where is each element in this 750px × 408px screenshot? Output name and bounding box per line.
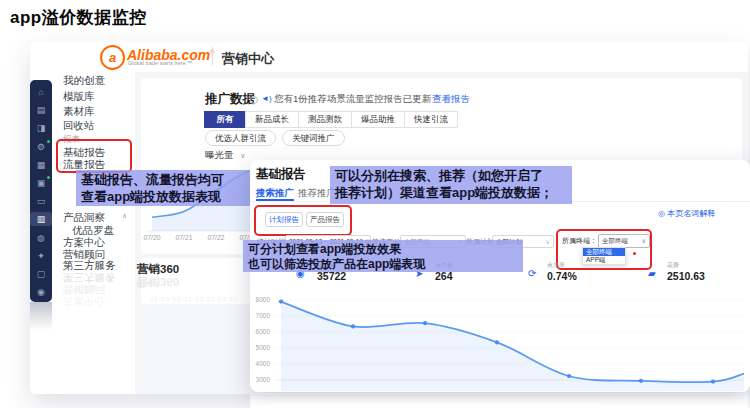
trend-line-chart: 800070006000500040003000: [250, 290, 748, 392]
doc-icon[interactable]: ▢: [30, 267, 52, 281]
svg-text:07/21: 07/21: [175, 234, 192, 241]
annotation-box1-line2: 查看app端投放数据表现: [81, 189, 249, 206]
sidebar-item-template-library[interactable]: 模版库: [63, 90, 95, 102]
report-icon[interactable]: ▥: [30, 212, 52, 226]
tab-keyword-promotion[interactable]: 关键词推广: [282, 130, 345, 146]
svg-text:07/20: 07/20: [143, 234, 160, 241]
annotation-box3-line1: 可分计划查看app端投放效果: [248, 242, 518, 257]
annotation-box-plans: 可分计划查看app端投放效果 也可以筛选投放产品在app端表现: [243, 240, 523, 272]
highlight-box-report-buttons: [254, 205, 352, 236]
metric-dropdown-value: 曝光量: [205, 149, 234, 160]
speaker-icon: ◄): [261, 94, 272, 103]
cost-icon: ▰: [648, 268, 656, 279]
marketing360-reflection: 营销360: [137, 274, 179, 289]
user-icon[interactable]: ◉: [30, 285, 52, 299]
svg-text:3000: 3000: [256, 376, 271, 383]
home-icon[interactable]: ⌂: [30, 85, 52, 99]
tab-preferred-audience[interactable]: 优选人群引流: [205, 130, 276, 146]
apps-icon[interactable]: ▦: [30, 158, 52, 172]
svg-text:6000: 6000: [256, 328, 271, 335]
annotation-box1-line1: 基础报告、流量报告均可: [81, 172, 249, 189]
reflection-fade: [250, 393, 748, 408]
sidebar-item-material-library[interactable]: 素材库: [63, 105, 95, 117]
settings-icon[interactable]: ⚙: [30, 140, 52, 154]
stat-label-cost: 花费: [667, 261, 679, 270]
template-icon[interactable]: ▤: [30, 103, 52, 117]
tab-hot-product-boost[interactable]: 爆品助推: [351, 111, 405, 128]
data-icon[interactable]: ◍: [30, 231, 52, 245]
svg-text:4000: 4000: [256, 360, 271, 367]
sidebar-item-product-insight[interactable]: 产品洞察: [63, 211, 105, 223]
status-dot-icon: [250, 96, 258, 104]
sidebar-reflection-3: 方案中心: [63, 296, 105, 308]
message-icon[interactable]: ▭: [30, 194, 52, 208]
chevron-down-icon: ∨: [545, 236, 550, 247]
screenshot-stage: app溢价数据监控 a Alibaba.com® Global trade st…: [0, 0, 750, 408]
stat-label-ctr: 点击率: [547, 261, 565, 270]
sidebar-item-solution-center[interactable]: 方案中心: [63, 236, 105, 248]
svg-text:8000: 8000: [256, 296, 271, 303]
svg-text:07/22: 07/22: [207, 234, 224, 241]
sidebar-item-third-party[interactable]: 第三方服务: [63, 259, 116, 271]
scene-tabs-row1: 所有新品成长测品测款爆品助推快速引流: [205, 108, 458, 128]
annotation-box2-line1: 可以分别在搜索、推荐（如您开启了: [335, 168, 567, 185]
sidebar-item-recycle-bin[interactable]: 回收站: [63, 119, 95, 131]
panel-title: 基础报告: [256, 166, 306, 183]
chevron-up-icon[interactable]: ∧: [122, 212, 127, 220]
tab-new-product-growth[interactable]: 新品成长: [245, 111, 299, 128]
stat-value-cost: 2510.63: [667, 270, 705, 282]
highlight-box-terminal-filter: [556, 229, 652, 270]
glossary-link[interactable]: ◎ 本页名词解释: [658, 208, 715, 219]
svg-text:5000: 5000: [256, 344, 271, 351]
svg-text:7000: 7000: [256, 312, 271, 319]
annotation-box2-line2: 推荐计划）渠道查看app端投放数据；: [335, 185, 567, 202]
sidebar-item-my-creative[interactable]: 我的创意: [63, 74, 105, 86]
tab-product-testing[interactable]: 测品测款: [298, 111, 352, 128]
tab-quick-traffic[interactable]: 快速引流: [404, 111, 458, 128]
glossary-text: 本页名词解释: [667, 209, 715, 218]
media-icon[interactable]: ▣: [30, 176, 52, 190]
stat-value-ctr: 0.74%: [547, 270, 577, 282]
page-title: app溢价数据监控: [10, 6, 147, 29]
annotation-box-channels: 可以分别在搜索、推荐（如您开启了 推荐计划）渠道查看app端投放数据；: [330, 166, 572, 204]
alibaba-logo-icon: a: [100, 45, 125, 70]
notice-text: 您有1份推荐场景流量监控报告已更新: [274, 93, 431, 106]
glossary-icon: ◎: [658, 209, 665, 218]
rate-icon: ⟳: [528, 268, 536, 279]
ghost-axis-times: 03:50 03:51 03:53 03:55: [150, 296, 238, 302]
promo-title: 推广数据: [205, 91, 255, 108]
annotation-box3-line2: 也可以筛选投放产品在app端表现: [248, 257, 518, 272]
app-name: 营销中心: [222, 50, 274, 68]
star-icon[interactable]: ✦: [30, 249, 52, 263]
header-divider: [212, 47, 213, 65]
scene-tabs-row2: 优选人群引流关键词推广: [205, 127, 351, 146]
annotation-box-reports: 基础报告、流量报告均可 查看app端投放数据表现: [76, 170, 254, 206]
sidebar-reflection-1: 第三方服务: [63, 272, 116, 284]
chevron-down-icon: ∨: [240, 152, 245, 159]
logo-tagline: Global trade starts here.™: [128, 60, 193, 66]
sidebar-reflection-2: 营销顾问: [63, 284, 105, 296]
tab-all[interactable]: 所有: [204, 111, 246, 128]
icon-rail: ⌂▤◨⚙▦▣▭▥◍✦▢◉: [30, 80, 52, 302]
view-report-link[interactable]: 查看报告: [432, 93, 470, 106]
material-icon[interactable]: ◨: [30, 121, 52, 135]
metric-dropdown[interactable]: 曝光量 ∨: [205, 149, 245, 162]
sidebar-item-compass[interactable]: 优品罗盘: [72, 224, 114, 236]
icon-rail-reflection: [30, 302, 52, 330]
highlight-box-reports: [56, 139, 132, 173]
